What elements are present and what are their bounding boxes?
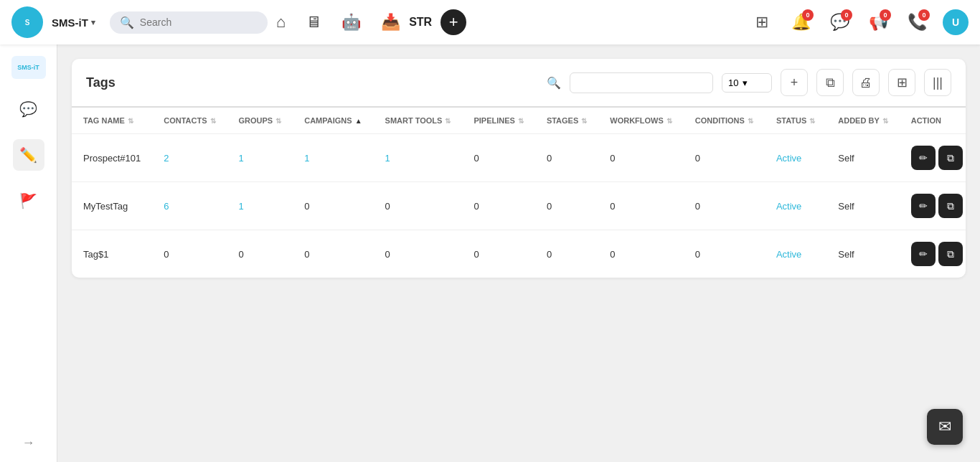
content-area: Tags 🔍 10 ▾ + ⧉ 🖨 ⊞ |||: [57, 44, 980, 462]
nav-center-icons: ⌂ 🖥 🤖 📥: [276, 13, 400, 32]
sidebar-collapse-arrow[interactable]: →: [22, 435, 35, 451]
sidebar-bottom: →: [22, 435, 35, 451]
per-page-chevron: ▾: [743, 77, 748, 88]
float-mail-button[interactable]: ✉: [927, 409, 963, 445]
nav-right-icons: ⊞ 🔔 0 💬 0 📢 0 📞 0 U: [749, 9, 969, 35]
table-header-row: TAG NAME ⇅ CONTACTS ⇅ GR: [72, 108, 966, 134]
bell-notification-icon[interactable]: 🔔 0: [788, 9, 814, 35]
cell-status: Active: [765, 134, 826, 182]
col-stages: STAGES ⇅: [535, 108, 598, 134]
tags-title: Tags: [86, 75, 538, 90]
str-label[interactable]: STR: [409, 16, 432, 29]
cell-smart-tools: 0: [374, 182, 463, 230]
phone-notification-icon[interactable]: 📞 0: [904, 9, 930, 35]
grid-icon[interactable]: ⊞: [749, 9, 775, 35]
col-added-by: ADDED BY ⇅: [826, 108, 899, 134]
sort-tag-name-icon[interactable]: ⇅: [128, 117, 133, 125]
col-status: STATUS ⇅: [765, 108, 826, 134]
col-workflows: WORKFLOWS ⇅: [598, 108, 684, 134]
table-row: Prospect#101 2 1 1 1 0 0 0 0 Active Self: [72, 134, 966, 182]
cell-contacts: 6: [152, 182, 227, 230]
phone-badge: 0: [918, 9, 930, 21]
col-campaigns: CAMPAIGNS ▲: [293, 108, 373, 134]
robot-icon[interactable]: 🤖: [341, 13, 361, 32]
megaphone-notification-icon[interactable]: 📢 0: [865, 9, 891, 35]
cell-conditions: 0: [684, 230, 765, 278]
sidebar-logo: SMS-iT: [11, 56, 46, 79]
tags-panel: Tags 🔍 10 ▾ + ⧉ 🖨 ⊞ |||: [72, 59, 966, 278]
cell-contacts: 0: [152, 230, 227, 278]
sort-smart-tools-icon[interactable]: ⇅: [445, 117, 451, 125]
copy-button[interactable]: ⧉: [816, 69, 844, 96]
tags-search-input[interactable]: [570, 72, 713, 93]
edit-row-button[interactable]: ✏: [911, 146, 936, 170]
tags-header: Tags 🔍 10 ▾ + ⧉ 🖨 ⊞ |||: [72, 59, 966, 108]
cell-status: Active: [765, 230, 826, 278]
top-navigation: S SMS-iT ▾ 🔍 ⌂ 🖥 🤖 📥 STR + ⊞ 🔔 0 💬 0 📢 0: [0, 0, 980, 44]
cell-groups: 1: [227, 182, 293, 230]
export-button[interactable]: ⊞: [888, 69, 915, 96]
per-page-value: 10: [728, 77, 738, 88]
copy-row-button[interactable]: ⧉: [938, 242, 963, 266]
cell-tag-name: Tag$1: [72, 230, 152, 278]
cell-groups: 0: [227, 230, 293, 278]
col-groups: GROUPS ⇅: [227, 108, 293, 134]
sidebar-item-edit[interactable]: ✏️: [13, 139, 44, 171]
search-box[interactable]: 🔍: [110, 11, 268, 34]
brand-logo: S: [11, 6, 43, 38]
tags-search-icon: 🔍: [547, 76, 561, 90]
cell-action: ✏ ⧉ ⊞ ⋮: [900, 182, 966, 230]
copy-row-button[interactable]: ⧉: [938, 146, 963, 170]
copy-row-button[interactable]: ⧉: [938, 194, 963, 218]
cell-pipelines: 0: [462, 230, 534, 278]
sort-campaigns-icon[interactable]: ▲: [355, 117, 362, 125]
main-layout: SMS-iT 💬 ✏️ 🚩 → Tags 🔍 10 ▾: [0, 44, 980, 462]
sort-stages-icon[interactable]: ⇅: [581, 117, 587, 125]
sort-status-icon[interactable]: ⇅: [809, 117, 815, 125]
sort-workflows-icon[interactable]: ⇅: [666, 117, 672, 125]
sort-contacts-icon[interactable]: ⇅: [210, 117, 216, 125]
chat-sidebar-icon: 💬: [19, 100, 37, 118]
col-contacts: CONTACTS ⇅: [152, 108, 227, 134]
add-tag-button[interactable]: +: [781, 69, 808, 96]
mail-icon: ✉: [938, 418, 951, 436]
megaphone-badge: 0: [880, 9, 891, 21]
cell-tag-name: MyTestTag: [72, 182, 152, 230]
sidebar-item-chat[interactable]: 💬: [13, 93, 44, 125]
edit-row-button[interactable]: ✏: [911, 242, 936, 266]
cell-action: ✏ ⧉ ⊞ ⋮: [900, 134, 966, 182]
sort-conditions-icon[interactable]: ⇅: [748, 117, 753, 125]
brand-name[interactable]: SMS-iT ▾: [52, 16, 95, 29]
add-button[interactable]: +: [440, 9, 466, 35]
monitor-icon[interactable]: 🖥: [306, 13, 321, 32]
per-page-select[interactable]: 10 ▾: [722, 73, 772, 93]
col-action: ACTION: [900, 108, 966, 134]
cell-workflows: 0: [598, 134, 684, 182]
cell-added-by: Self: [826, 230, 899, 278]
search-icon: 🔍: [120, 16, 134, 29]
columns-button[interactable]: |||: [924, 69, 951, 96]
cell-workflows: 0: [598, 182, 684, 230]
sort-groups-icon[interactable]: ⇅: [275, 117, 281, 125]
table-row: MyTestTag 6 1 0 0 0 0 0 0 Active Self: [72, 182, 966, 230]
bell-badge: 0: [802, 9, 814, 21]
avatar[interactable]: U: [943, 9, 969, 35]
home-icon[interactable]: ⌂: [276, 13, 286, 32]
cell-added-by: Self: [826, 134, 899, 182]
sidebar-logo-image: SMS-iT: [11, 56, 46, 79]
left-sidebar: SMS-iT 💬 ✏️ 🚩 →: [0, 44, 57, 462]
sort-pipelines-icon[interactable]: ⇅: [518, 117, 524, 125]
print-button[interactable]: 🖨: [852, 69, 880, 96]
chat-notification-icon[interactable]: 💬 0: [826, 9, 852, 35]
edit-row-button[interactable]: ✏: [911, 194, 936, 218]
sidebar-item-flag[interactable]: 🚩: [13, 185, 44, 217]
cell-status: Active: [765, 182, 826, 230]
cell-groups: 1: [227, 134, 293, 182]
inbox-icon[interactable]: 📥: [381, 13, 400, 32]
cell-stages: 0: [535, 182, 598, 230]
sort-added-by-icon[interactable]: ⇅: [882, 117, 888, 125]
cell-conditions: 0: [684, 182, 765, 230]
cell-pipelines: 0: [462, 182, 534, 230]
search-input[interactable]: [140, 16, 258, 28]
col-tag-name: TAG NAME ⇅: [72, 108, 152, 134]
